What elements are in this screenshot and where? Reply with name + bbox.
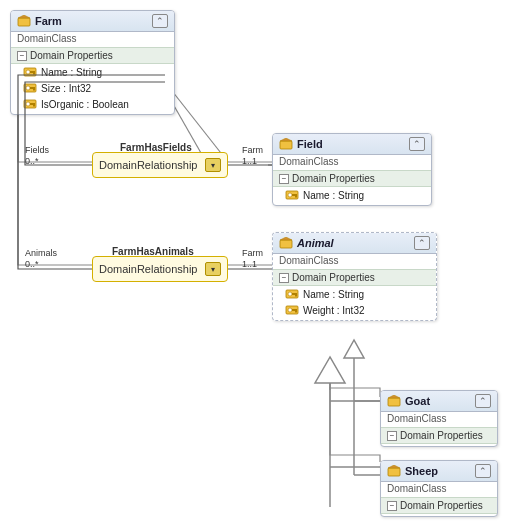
farmhasfields-target-label: Farm [242, 145, 263, 155]
field-prop-name: Name : String [273, 187, 431, 203]
svg-rect-30 [292, 293, 297, 295]
key-icon-2 [23, 82, 37, 94]
goat-class-header: Goat ⌃ [381, 391, 497, 412]
farm-subtitle: DomainClass [11, 32, 174, 45]
sheep-title: Sheep [405, 465, 438, 477]
sheep-class-box: Sheep ⌃ DomainClass − Domain Properties [380, 460, 498, 517]
field-section-header: − Domain Properties [273, 170, 431, 187]
sheep-class-header: Sheep ⌃ [381, 461, 497, 482]
svg-rect-31 [295, 295, 297, 297]
farm-class-icon [17, 15, 31, 27]
sheep-expand-btn[interactable]: − [387, 501, 397, 511]
svg-point-17 [26, 102, 30, 106]
farmhasfields-target-mult: 1..1 [242, 156, 257, 166]
goat-section-header: − Domain Properties [381, 427, 497, 444]
svg-marker-21 [280, 138, 292, 141]
farm-prop-size-text: Size : Int32 [41, 83, 91, 94]
svg-rect-26 [280, 240, 292, 248]
farmhasanimals-source-mult: 0..* [25, 259, 39, 269]
sheep-class-body: − Domain Properties [381, 495, 497, 516]
farm-title: Farm [35, 15, 62, 27]
svg-marker-42 [388, 395, 400, 398]
farmhasanimals-box[interactable]: DomainRelationship ▾ [92, 256, 228, 282]
svg-rect-34 [292, 309, 297, 311]
farm-expand-btn[interactable]: − [17, 51, 27, 61]
field-class-body: − Domain Properties Name : String [273, 168, 431, 205]
svg-rect-24 [292, 194, 297, 196]
farmhasfields-source-mult: 0..* [25, 156, 39, 166]
farmhasanimals-target-label: Farm [242, 248, 263, 258]
goat-title: Goat [405, 395, 430, 407]
animal-expand-btn[interactable]: − [279, 273, 289, 283]
svg-point-29 [288, 292, 292, 296]
field-title: Field [297, 138, 323, 150]
key-icon-3 [23, 98, 37, 110]
farm-prop-size: Size : Int32 [11, 80, 174, 96]
svg-rect-20 [280, 141, 292, 149]
farmhasanimals-source-label: Animals [25, 248, 57, 258]
svg-rect-18 [30, 103, 35, 105]
svg-rect-43 [388, 468, 400, 476]
key-icon-1 [23, 66, 37, 78]
svg-rect-41 [388, 398, 400, 406]
field-collapse-btn[interactable]: ⌃ [409, 137, 425, 151]
farmhasanimals-target-mult: 1..1 [242, 259, 257, 269]
farm-class-box: Farm ⌃ DomainClass − Domain Properties N… [10, 10, 175, 115]
field-key-icon [285, 189, 299, 201]
farm-prop-organic: IsOrganic : Boolean [11, 96, 174, 112]
animal-collapse-btn[interactable]: ⌃ [414, 236, 430, 250]
animal-prop-name: Name : String [273, 286, 436, 302]
svg-rect-15 [33, 89, 35, 91]
animal-prop-weight: Weight : Int32 [273, 302, 436, 318]
farm-section-header: − Domain Properties [11, 47, 174, 64]
animal-key-icon-1 [285, 288, 299, 300]
svg-rect-19 [33, 105, 35, 107]
goat-class-box: Goat ⌃ DomainClass − Domain Properties [380, 390, 498, 447]
sheep-class-icon [387, 465, 401, 477]
farmhasanimals-type: DomainRelationship [99, 263, 197, 275]
animal-class-icon [279, 237, 293, 249]
svg-rect-14 [30, 87, 35, 89]
svg-rect-6 [18, 18, 30, 26]
svg-rect-10 [30, 71, 35, 73]
farmhasfields-box[interactable]: DomainRelationship ▾ [92, 152, 228, 178]
svg-marker-36 [315, 357, 345, 383]
animal-class-body: − Domain Properties Name : String [273, 267, 436, 320]
goat-class-body: − Domain Properties [381, 425, 497, 446]
farm-class-body: − Domain Properties Name : String [11, 45, 174, 114]
animal-prop-name-text: Name : String [303, 289, 364, 300]
goat-subtitle: DomainClass [381, 412, 497, 425]
svg-marker-7 [18, 15, 30, 18]
diagram-canvas: Farm ⌃ DomainClass − Domain Properties N… [0, 0, 507, 532]
svg-rect-35 [295, 311, 297, 313]
goat-expand-btn[interactable]: − [387, 431, 397, 441]
goat-class-icon [387, 395, 401, 407]
svg-point-9 [26, 70, 30, 74]
field-class-box: Field ⌃ DomainClass − Domain Properties … [272, 133, 432, 206]
farm-collapse-btn[interactable]: ⌃ [152, 14, 168, 28]
farm-prop-name: Name : String [11, 64, 174, 80]
animal-section-header: − Domain Properties [273, 269, 436, 286]
field-expand-btn[interactable]: − [279, 174, 289, 184]
animal-class-box: Animal ⌃ DomainClass − Domain Properties… [272, 232, 437, 321]
farm-class-header: Farm ⌃ [11, 11, 174, 32]
goat-collapse-btn[interactable]: ⌃ [475, 394, 491, 408]
svg-rect-25 [295, 196, 297, 198]
svg-point-13 [26, 86, 30, 90]
svg-point-23 [288, 193, 292, 197]
sheep-subtitle: DomainClass [381, 482, 497, 495]
field-class-header: Field ⌃ [273, 134, 431, 155]
animal-key-icon-2 [285, 304, 299, 316]
farm-prop-name-text: Name : String [41, 67, 102, 78]
inheritance-arrow [305, 355, 355, 390]
animal-subtitle: DomainClass [273, 254, 436, 267]
farmhasanimals-dropdown[interactable]: ▾ [205, 262, 221, 276]
farmhasfields-dropdown[interactable]: ▾ [205, 158, 221, 172]
field-subtitle: DomainClass [273, 155, 431, 168]
farm-prop-organic-text: IsOrganic : Boolean [41, 99, 129, 110]
sheep-collapse-btn[interactable]: ⌃ [475, 464, 491, 478]
svg-rect-11 [33, 73, 35, 75]
farmhasfields-type: DomainRelationship [99, 159, 197, 171]
svg-point-33 [288, 308, 292, 312]
animal-title: Animal [297, 237, 334, 249]
